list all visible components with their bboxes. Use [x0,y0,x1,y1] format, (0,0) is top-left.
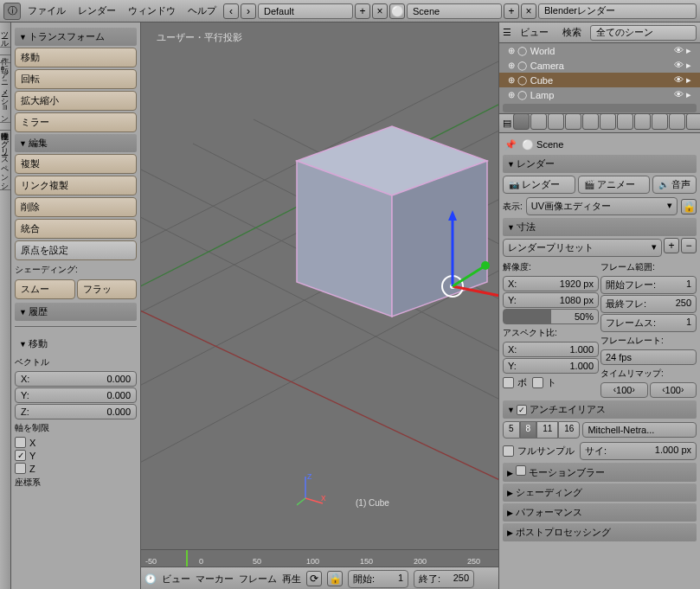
aspect-y-field[interactable]: Y:1.000 [503,358,599,374]
timeline-ruler[interactable]: -50050100150200250 [141,550,498,567]
outliner-icon[interactable]: ☰ [503,27,511,38]
menu-render[interactable]: レンダー [73,2,121,20]
panel-postprocess[interactable]: ポストプロセッシング [503,523,697,541]
pin-icon[interactable]: 📌 [504,139,517,150]
tab-texture[interactable] [669,114,685,130]
3d-viewport[interactable]: ユーザー・平行投影 z x [141,22,498,589]
join-button[interactable]: 統合 [15,219,137,239]
tab-world[interactable] [565,114,581,130]
aa-sample-16[interactable]: 16 [558,421,580,439]
preset-del-icon[interactable]: − [681,238,697,253]
panel-performance[interactable]: パフォーマンス [503,503,697,522]
tab-constraints[interactable] [600,114,616,130]
back-icon[interactable]: ‹ [223,3,239,19]
outliner-scrollbar[interactable] [503,104,697,112]
aa-samples-segment[interactable]: 581116 [503,421,580,439]
panel-history[interactable]: 履歴 [15,303,137,321]
render-engine-field[interactable]: Blenderレンダー [538,3,697,19]
tab-tools[interactable]: ツール [0,22,10,48]
screen-layout-field[interactable]: Default [258,3,353,19]
res-y-field[interactable]: Y:1080 px [503,292,599,308]
preset-add-icon[interactable]: + [664,238,679,253]
menu-help[interactable]: ヘルプ [183,2,222,20]
scene-breadcrumb[interactable]: ⚪ Scene [522,139,563,150]
remap-new-field[interactable]: ‹100› [650,382,697,398]
res-pct-field[interactable]: 50% [503,309,599,324]
aa-size-field[interactable]: サイ:1.000 px [580,442,697,460]
panel-render[interactable]: レンダー [503,155,697,173]
audio-button[interactable]: 🔊 音声 [652,176,697,194]
scene-field[interactable]: Scene [407,3,502,19]
aa-sample-5[interactable]: 5 [503,421,520,439]
constraint-z[interactable]: Z [15,462,137,475]
tl-start-field[interactable]: 開始:1 [348,570,408,588]
lock-range-icon[interactable]: 🔒 [327,571,343,586]
tab-render-layers[interactable] [530,114,547,130]
outliner-search[interactable]: 検索 [557,23,587,42]
vec-z-field[interactable]: Z:0.000 [15,404,137,419]
tab-relations[interactable]: 転 [0,55,10,63]
panel-shading[interactable]: シェーディング [503,483,697,502]
tab-create[interactable]: 作 [0,48,10,55]
delete-button[interactable]: 削除 [15,197,137,217]
crop-check[interactable]: ト [532,375,556,390]
menu-file[interactable]: ファイル [22,2,71,20]
outliner-item-camera[interactable]: ⊕ ◯ Camera👁 ▸ [499,58,700,73]
tl-marker[interactable]: マーカー [196,573,234,586]
scale-button[interactable]: 拡大縮小 [15,91,137,111]
scene-icon[interactable]: ⚪ [389,3,405,19]
set-origin-button[interactable]: 原点を設定 [15,240,137,260]
panel-motion-blur[interactable]: モーションブラー [503,463,697,482]
tab-particles[interactable] [686,114,700,130]
render-preset-field[interactable]: レンダープリセット▾ [503,239,662,257]
tab-scene[interactable] [548,114,564,130]
tab-data[interactable] [634,114,651,130]
menu-window[interactable]: ウィンドウ [123,2,181,20]
vec-y-field[interactable]: Y:0.000 [15,387,137,403]
vec-x-field[interactable]: X:0.000 [15,371,137,387]
mirror-button[interactable]: ミラー [15,112,137,132]
tl-playback[interactable]: 再生 [282,573,301,586]
constraint-y[interactable]: ✓Y [15,449,137,462]
outliner-item-lamp[interactable]: ⊕ ◯ Lamp👁 ▸ [499,87,700,102]
lock-icon[interactable]: 🔒 [681,199,697,214]
duplicate-linked-button[interactable]: リンク複製 [15,176,137,195]
editor-type-icon[interactable]: ⓘ [3,3,21,20]
panel-dimensions[interactable]: 寸法 [503,218,697,236]
fwd-icon[interactable]: › [241,3,256,19]
tab-physics[interactable]: 推理物 [0,123,10,131]
outliner-filter[interactable]: 全てのシーン [590,25,697,41]
aspect-x-field[interactable]: X:1.000 [503,342,599,357]
remap-old-field[interactable]: ‹100› [600,382,648,398]
tab-object[interactable] [582,114,599,130]
frame-start-field[interactable]: 開始フレー:1 [600,276,697,294]
panel-transform[interactable]: トランスフォーム [15,28,137,46]
aa-sample-8[interactable]: 8 [520,421,537,439]
scene-add-icon[interactable]: + [504,3,519,19]
operator-panel[interactable]: 移動 [15,335,137,353]
translate-button[interactable]: 移動 [15,48,137,67]
layout-add-icon[interactable]: + [355,3,370,19]
fullsample-check[interactable]: フルサンプル [503,444,575,458]
outliner-view[interactable]: ビュー [515,23,554,42]
tab-animation[interactable]: アニメーション [0,63,10,123]
sync-icon[interactable]: ⟳ [306,571,322,586]
tl-end-field[interactable]: 終了:250 [414,570,474,588]
aa-filter-field[interactable]: Mitchell-Netra... [582,422,697,438]
frame-step-field[interactable]: フレームス:1 [600,314,697,332]
outliner-item-world[interactable]: ⊕ ◯ World👁 ▸ [499,43,700,58]
border-check[interactable]: ボ [503,375,527,390]
constraint-x[interactable]: X [15,436,137,449]
manipulator[interactable] [409,200,498,321]
props-editor-icon[interactable]: ▤ [503,118,511,129]
rotate-button[interactable]: 回転 [15,69,137,89]
tl-frame[interactable]: フレーム [239,573,277,586]
frame-end-field[interactable]: 最終フレ:250 [600,295,697,313]
res-x-field[interactable]: X:1920 px [503,276,599,291]
shade-smooth-button[interactable]: スムー [15,279,75,299]
framerate-field[interactable]: 24 fps [600,349,697,365]
tab-material[interactable] [652,114,668,130]
tl-view[interactable]: ビュー [162,573,190,586]
render-button[interactable]: 📷 レンダー [503,176,575,194]
panel-antialias[interactable]: ✓ アンチエイリアス [503,400,697,419]
